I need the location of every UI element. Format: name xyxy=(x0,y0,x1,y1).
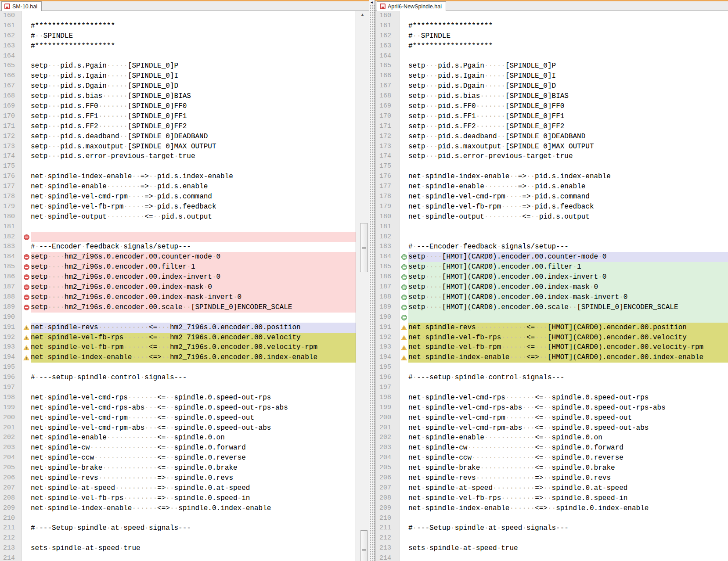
code-text[interactable]: setp···pid.s.Pgain·····[SPINDLE_0]P xyxy=(31,61,356,71)
code-line[interactable]: 190 xyxy=(375,313,728,323)
code-line[interactable]: 167setp···pid.s.Dgain·····[SPINDLE_0]D xyxy=(375,81,728,91)
code-text[interactable] xyxy=(31,222,356,232)
code-line[interactable]: 165setp···pid.s.Pgain·····[SPINDLE_0]P xyxy=(375,61,728,71)
code-text[interactable] xyxy=(31,514,356,524)
code-text[interactable] xyxy=(408,11,728,21)
code-line[interactable]: 161#******************* xyxy=(0,21,356,31)
code-text[interactable] xyxy=(31,533,356,543)
left-code-editor[interactable]: 160161#*******************162#··SPINDLE1… xyxy=(0,11,356,561)
code-text[interactable] xyxy=(31,162,356,172)
code-line[interactable]: 179net·spindle-vel-fb-rpm·····=>·pid.s.f… xyxy=(0,202,356,212)
code-line[interactable]: 204net·spindle-ccw···············<=··spi… xyxy=(375,453,728,463)
code-text[interactable]: setp···pid.s.bias······[SPINDLE_0]BIAS xyxy=(31,91,356,101)
code-line[interactable]: 196#·---setup·spindle·control·signals--- xyxy=(0,373,356,383)
code-line[interactable]: 178net·spindle-vel-cmd-rpm····=>·pid.s.c… xyxy=(0,192,356,202)
code-text[interactable]: net·spindle-vel-fb-rpm······<=···hm2_7i9… xyxy=(31,342,356,352)
code-text[interactable]: setp····[HMOT](CARD0).encoder.00.filter·… xyxy=(408,262,728,272)
code-text[interactable]: net·spindle-ccw···············<=··spindl… xyxy=(31,453,356,463)
code-text[interactable]: #·---Setup·spindle·at·speed·signals--- xyxy=(408,523,728,533)
code-line[interactable]: 194net·spindle-index-enable····<=>··[HMO… xyxy=(375,352,728,363)
code-text[interactable]: setp···pid.s.deadband··[SPINDLE_0]DEADBA… xyxy=(408,132,728,142)
code-text[interactable]: setp···pid.s.error-previous-target·true xyxy=(31,151,356,162)
code-line[interactable]: 164 xyxy=(0,51,356,61)
code-text[interactable] xyxy=(408,222,728,232)
code-line[interactable]: 177net·spindle-enable········=>··pid.s.e… xyxy=(375,182,728,192)
code-line[interactable]: 178net·spindle-vel-cmd-rpm····=>·pid.s.c… xyxy=(375,192,728,202)
code-text[interactable] xyxy=(31,313,356,323)
code-line[interactable]: 182 xyxy=(375,232,728,242)
code-line[interactable]: 192net·spindle-vel-fb-rps······<=···[HMO… xyxy=(375,333,728,343)
code-text[interactable]: setp···pid.s.Dgain·····[SPINDLE_0]D xyxy=(31,81,356,91)
code-line[interactable]: 202net·spindle-enable············<=··spi… xyxy=(375,433,728,443)
code-text[interactable]: net·spindle-cw················<=··spindl… xyxy=(408,443,728,453)
code-line[interactable]: 181 xyxy=(375,222,728,232)
code-text[interactable]: setp···pid.s.FF2·······[SPINDLE_0]FF2 xyxy=(408,122,728,132)
code-text[interactable]: setp···pid.s.FF2·······[SPINDLE_0]FF2 xyxy=(31,122,356,132)
code-text[interactable]: setp···pid.s.Igain·····[SPINDLE_0]I xyxy=(408,71,728,81)
code-text[interactable] xyxy=(31,11,356,21)
code-line[interactable]: 184setp····[HMOT](CARD0).encoder.00.coun… xyxy=(375,252,728,262)
code-line[interactable]: 200net·spindle-vel-cmd-rpm·······<=··spi… xyxy=(375,413,728,423)
code-text[interactable]: setp···pid.s.deadband··[SPINDLE_0]DEADBA… xyxy=(31,132,356,142)
code-line[interactable]: 214 xyxy=(375,554,728,561)
code-line[interactable]: 168setp···pid.s.bias······[SPINDLE_0]BIA… xyxy=(375,91,728,101)
code-text[interactable]: net·spindle-vel-fb-rpm······<=···[HMOT](… xyxy=(408,342,728,352)
code-line[interactable]: 206net·spindle-revs··············=>··spi… xyxy=(375,473,728,483)
code-line[interactable]: 193net·spindle-vel-fb-rpm······<=···hm2_… xyxy=(0,342,356,352)
code-line[interactable]: 175 xyxy=(375,162,728,172)
code-line[interactable]: 176net·spindle-index-enable··=>··pid.s.i… xyxy=(0,172,356,182)
code-line[interactable]: 162#··SPINDLE xyxy=(375,31,728,41)
code-text[interactable]: net·spindle-at-speed··········=>··spindl… xyxy=(31,483,356,493)
code-line[interactable]: 181 xyxy=(0,222,356,232)
code-text[interactable]: net·spindle-index-enable····<=>··hm2_7i9… xyxy=(31,352,356,363)
code-text[interactable]: #******************* xyxy=(408,41,728,51)
code-line[interactable]: 179net·spindle-vel-fb-rpm·····=>·pid.s.f… xyxy=(375,202,728,212)
right-code-editor[interactable]: 160161#*******************162#··SPINDLE1… xyxy=(375,11,728,561)
code-line[interactable]: 175 xyxy=(0,162,356,172)
code-text[interactable]: net·spindle-index-enable······<=>··spind… xyxy=(408,503,728,514)
code-text[interactable]: setp···pid.s.FF0·······[SPINDLE_0]FF0 xyxy=(408,101,728,111)
code-text[interactable]: net·spindle-cw················<=··spindl… xyxy=(31,443,356,453)
code-line[interactable]: 213sets·spindle-at-speed·true xyxy=(0,543,356,554)
code-text[interactable] xyxy=(31,383,356,393)
code-text[interactable]: net·spindle-vel-cmd-rpm····=>·pid.s.comm… xyxy=(408,192,728,202)
code-text[interactable] xyxy=(408,363,728,373)
code-text[interactable]: net·spindle-output·········<=··pid.s.out… xyxy=(408,212,728,222)
code-text[interactable]: net·spindle-brake·············<=··spindl… xyxy=(31,463,356,473)
code-line[interactable]: 208net·spindle-vel-fb-rps········=>··spi… xyxy=(0,493,356,503)
code-line[interactable]: 203net·spindle-cw················<=··spi… xyxy=(0,443,356,453)
code-line[interactable]: 190 xyxy=(0,313,356,323)
code-line[interactable]: 212 xyxy=(375,533,728,543)
code-text[interactable] xyxy=(408,383,728,393)
code-text[interactable]: sets·spindle-at-speed·true xyxy=(408,543,728,554)
code-line[interactable]: 205net·spindle-brake·············<=··spi… xyxy=(0,463,356,473)
code-text[interactable]: setp····hm2_7i96s.0.encoder.00.counter-m… xyxy=(31,252,356,262)
code-line[interactable]: 196#·---setup·spindle·control·signals--- xyxy=(375,373,728,383)
code-text[interactable]: net·spindle-output·········<=··pid.s.out… xyxy=(31,212,356,222)
code-text[interactable]: setp····[HMOT](CARD0).encoder.00.scale··… xyxy=(408,302,728,313)
code-text[interactable]: setp····[HMOT](CARD0).encoder.00.index-m… xyxy=(408,282,728,292)
code-text[interactable]: setp····hm2_7i96s.0.encoder.00.index-inv… xyxy=(31,272,356,282)
code-line[interactable]: 191net·spindle-revs············<=···hm2_… xyxy=(0,323,356,333)
code-text[interactable]: net·spindle-vel-fb-rpm·····=>·pid.s.feed… xyxy=(31,202,356,212)
code-text[interactable] xyxy=(31,51,356,61)
code-line[interactable]: 195 xyxy=(375,363,728,373)
code-line[interactable]: 204net·spindle-ccw···············<=··spi… xyxy=(0,453,356,463)
code-text[interactable] xyxy=(408,313,728,323)
code-line[interactable]: 183#·---Encoder·feedback·signals/setup--… xyxy=(375,242,728,252)
code-line[interactable]: 162#··SPINDLE xyxy=(0,31,356,41)
code-line[interactable]: 214 xyxy=(0,554,356,561)
code-line[interactable]: 211#·---Setup·spindle·at·speed·signals--… xyxy=(0,523,356,533)
code-text[interactable]: setp····hm2_7i96s.0.encoder.00.index-mas… xyxy=(31,282,356,292)
code-text[interactable]: net·spindle-enable············<=··spindl… xyxy=(408,433,728,443)
code-line[interactable]: 166setp···pid.s.Igain·····[SPINDLE_0]I xyxy=(0,71,356,81)
code-line[interactable]: 188setp····hm2_7i96s.0.encoder.00.index-… xyxy=(0,292,356,302)
scrollbar-thumb[interactable] xyxy=(360,223,368,272)
code-text[interactable]: net·spindle-vel-cmd-rps-abs···<=··spindl… xyxy=(408,403,728,413)
code-line[interactable]: 163#******************* xyxy=(0,41,356,51)
code-text[interactable]: setp····[HMOT](CARD0).encoder.00.index-i… xyxy=(408,272,728,282)
code-line[interactable]: 189setp····[HMOT](CARD0).encoder.00.scal… xyxy=(375,302,728,313)
code-line[interactable]: 166setp···pid.s.Igain·····[SPINDLE_0]I xyxy=(375,71,728,81)
code-line[interactable]: 160 xyxy=(0,11,356,21)
splitter-collapse-icon[interactable]: ◄ xyxy=(369,0,375,5)
